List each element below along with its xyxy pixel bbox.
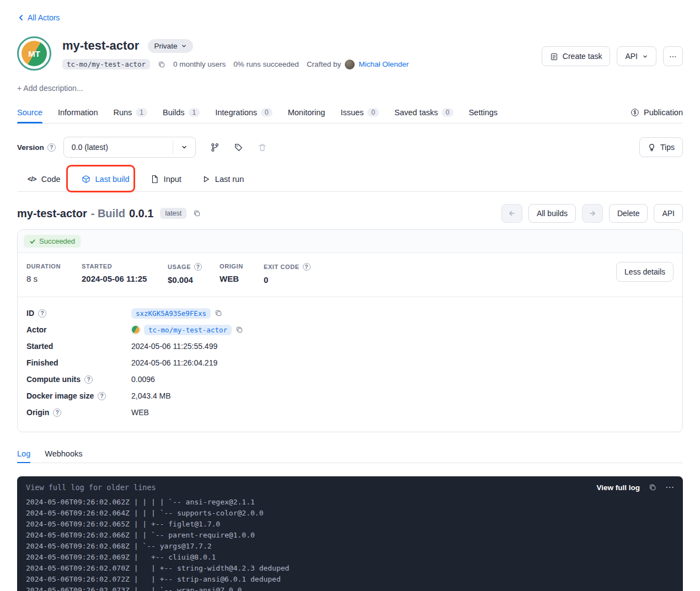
version-select[interactable]: 0.0 (latest) xyxy=(63,137,196,158)
actor-avatar: MT xyxy=(17,36,51,71)
chevron-down-icon xyxy=(642,53,648,60)
builds-count-badge: 1 xyxy=(189,108,200,117)
row-compute-units: Compute units 0.0096 xyxy=(26,371,674,388)
author-link[interactable]: Michał Olender xyxy=(359,60,409,68)
build-title-word: - Build xyxy=(91,207,125,220)
tab-issues[interactable]: Issues0 xyxy=(340,101,379,123)
actor-handle-pill: tc-mo/my-test-actor xyxy=(62,59,150,69)
stat-started: STARTED 2024-05-06 11:25 xyxy=(82,263,168,284)
actor-mini-avatar xyxy=(131,325,140,334)
tab-log[interactable]: Log xyxy=(17,444,30,463)
create-task-label: Create task xyxy=(563,52,602,61)
api-dropdown-button[interactable]: API xyxy=(617,46,656,66)
next-build-button[interactable] xyxy=(582,204,603,223)
delete-build-button[interactable]: Delete xyxy=(609,204,648,223)
visibility-dropdown[interactable]: Private xyxy=(148,39,193,53)
build-id-pill: sxzKGK5A93Se9FExs xyxy=(131,308,211,319)
create-task-button[interactable]: Create task xyxy=(542,46,611,66)
crafted-by: Crafted by Michał Olender xyxy=(307,60,409,69)
version-label-wrap: Version xyxy=(17,143,56,152)
version-selected-value: 0.0 (latest) xyxy=(72,143,108,152)
actor-link-pill[interactable]: tc-mo/my-test-actor xyxy=(144,325,232,335)
log-line: 2024-05-06T09:26:02.064Z | | | `-- suppo… xyxy=(26,508,674,519)
copy-handle-icon[interactable] xyxy=(158,61,165,68)
chevron-down-icon xyxy=(181,43,187,49)
main-tab-bar: Source Information Runs1 Builds1 Integra… xyxy=(17,101,683,123)
delete-version-icon[interactable] xyxy=(258,143,267,152)
view-older-lines-link[interactable]: View full log for older lines xyxy=(26,483,156,492)
row-finished: Finished 2024-05-06 11:26:04.219 xyxy=(26,354,674,371)
row-origin: Origin WEB xyxy=(26,404,674,421)
log-tab-bar: Log Webhooks xyxy=(17,444,683,463)
row-docker-image-size: Docker image size 2,043.4 MB xyxy=(26,388,674,404)
copy-version-icon[interactable] xyxy=(193,209,201,217)
log-line: 2024-05-06T09:26:02.066Z | | `-- parent-… xyxy=(26,530,674,541)
view-full-log-button[interactable]: View full log xyxy=(596,483,640,492)
visibility-label: Private xyxy=(154,42,177,50)
usage-help-icon[interactable] xyxy=(194,263,202,271)
row-actor: Actor tc-mo/my-test-actor xyxy=(26,321,674,338)
stat-usage: USAGE $0.004 xyxy=(168,263,220,284)
chevron-down-icon xyxy=(173,144,195,151)
breadcrumb-label: All Actors xyxy=(28,13,60,22)
log-line: 2024-05-06T09:26:02.069Z | +-- cliui@8.0… xyxy=(26,552,674,563)
build-api-button[interactable]: API xyxy=(654,204,683,223)
add-description-link[interactable]: + Add description... xyxy=(17,84,683,93)
id-help-icon[interactable] xyxy=(38,309,46,318)
log-line: 2024-05-06T09:26:02.073Z | | `-- wrap-an… xyxy=(26,585,674,591)
copy-actor-icon[interactable] xyxy=(236,326,243,334)
git-branch-icon[interactable] xyxy=(210,143,220,152)
ellipsis-icon: ⋯ xyxy=(669,52,677,61)
tab-monitoring[interactable]: Monitoring xyxy=(288,101,325,123)
row-started: Started 2024-05-06 11:25:55.499 xyxy=(26,338,674,354)
latest-badge: latest xyxy=(160,208,186,219)
status-badge: Succeeded xyxy=(24,235,81,248)
code-icon xyxy=(28,175,36,183)
version-bar: Version 0.0 (latest) Tips xyxy=(17,137,683,158)
tips-label: Tips xyxy=(660,143,675,152)
tab-integrations[interactable]: Integrations0 xyxy=(215,101,272,123)
tag-icon[interactable] xyxy=(234,143,243,152)
all-builds-button[interactable]: All builds xyxy=(528,204,576,223)
prev-build-button[interactable] xyxy=(501,204,522,223)
copy-id-icon[interactable] xyxy=(215,309,222,317)
actor-detail-page: All Actors MT my-test-actor Private tc-m… xyxy=(0,0,700,591)
subtab-code[interactable]: Code xyxy=(17,166,71,191)
more-actions-button[interactable]: ⋯ xyxy=(663,46,683,66)
actor-header: MT my-test-actor Private tc-mo/my-test-a… xyxy=(17,36,683,71)
log-more-icon[interactable]: ⋯ xyxy=(665,483,674,492)
stat-exit-code: EXIT CODE 0 xyxy=(264,263,311,284)
version-help-icon[interactable] xyxy=(47,143,56,152)
package-icon xyxy=(82,175,90,184)
stat-duration: DURATION 8 s xyxy=(26,263,82,284)
stat-origin: ORIGIN WEB xyxy=(220,263,264,284)
build-detail-card: Succeeded DURATION 8 s STARTED 2024-05-0… xyxy=(17,229,683,432)
docker-size-help-icon[interactable] xyxy=(98,392,106,400)
origin-help-icon[interactable] xyxy=(53,409,61,417)
breadcrumb[interactable]: All Actors xyxy=(17,13,60,22)
subtab-last-build[interactable]: Last build xyxy=(71,166,140,191)
build-details-list: ID sxzKGK5A93Se9FExs Actor tc-mo/my-test… xyxy=(18,297,682,432)
publication-label: Publication xyxy=(644,108,683,117)
build-log-terminal: View full log for older lines View full … xyxy=(17,476,683,591)
tips-button[interactable]: Tips xyxy=(639,137,683,157)
publication-link[interactable]: Publication xyxy=(630,108,683,117)
exit-code-help-icon[interactable] xyxy=(303,263,311,271)
tab-source[interactable]: Source xyxy=(17,101,42,123)
tab-settings[interactable]: Settings xyxy=(469,101,498,123)
compute-units-help-icon[interactable] xyxy=(84,375,93,384)
tab-runs[interactable]: Runs1 xyxy=(114,101,148,123)
issues-count-badge: 0 xyxy=(367,108,379,117)
subtab-input[interactable]: Input xyxy=(140,166,192,191)
less-details-button[interactable]: Less details xyxy=(616,262,674,282)
copy-log-icon[interactable] xyxy=(649,483,656,491)
tab-builds[interactable]: Builds1 xyxy=(163,101,200,123)
publication-icon xyxy=(630,108,639,117)
tab-webhooks[interactable]: Webhooks xyxy=(45,444,82,463)
subtab-last-run[interactable]: Last run xyxy=(192,166,254,191)
chevron-left-icon xyxy=(17,14,25,22)
author-avatar xyxy=(345,60,355,69)
tab-information[interactable]: Information xyxy=(58,101,98,123)
check-icon xyxy=(29,238,36,245)
tab-saved-tasks[interactable]: Saved tasks0 xyxy=(394,101,453,123)
